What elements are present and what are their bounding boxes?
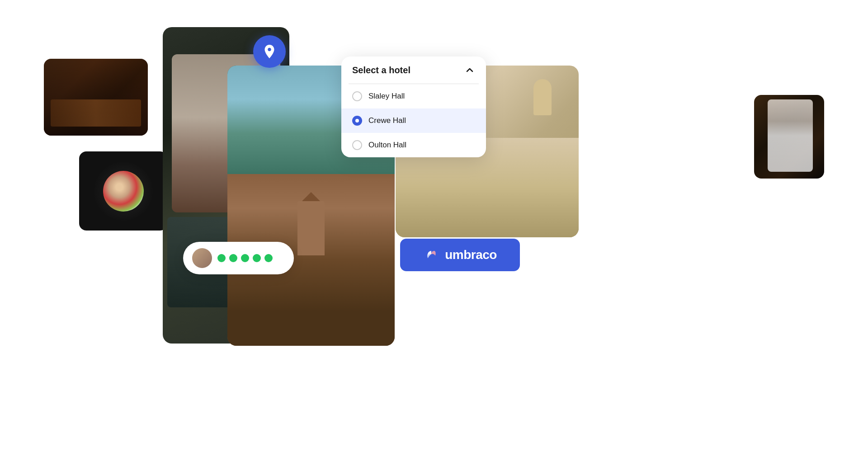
radio-slaley-hall	[352, 91, 362, 101]
hotel-option-crewe-hall[interactable]: Crewe Hall	[341, 108, 486, 133]
umbraco-badge: umbraco	[400, 239, 520, 271]
radio-oulton-hall	[352, 140, 362, 150]
main-scene: Select a hotel Slaley Hall Crewe Hall Ou…	[0, 0, 868, 452]
hotel-dropdown: Select a hotel Slaley Hall Crewe Hall Ou…	[341, 56, 486, 157]
umbraco-label: umbraco	[445, 248, 497, 262]
chef-image	[754, 95, 824, 179]
rating-dot-3	[241, 254, 249, 262]
location-icon	[261, 43, 278, 60]
location-pin	[253, 35, 286, 68]
umbraco-logo-icon	[423, 247, 439, 263]
rating-dot-2	[229, 254, 237, 262]
chevron-up-icon	[464, 65, 475, 75]
radio-crewe-hall	[352, 116, 362, 126]
crewe-hall-label: Crewe Hall	[368, 116, 406, 125]
rating-avatar	[192, 248, 212, 268]
food-image	[79, 151, 167, 231]
hotel-option-oulton-hall[interactable]: Oulton Hall	[341, 133, 486, 157]
rating-dot-5	[264, 254, 273, 262]
dropdown-header[interactable]: Select a hotel	[341, 56, 486, 84]
rating-card	[183, 242, 294, 274]
oulton-hall-label: Oulton Hall	[368, 141, 406, 150]
slaley-hall-label: Slaley Hall	[368, 92, 405, 101]
svg-point-0	[424, 248, 439, 262]
rating-dot-4	[253, 254, 261, 262]
bedroom-image	[44, 59, 148, 136]
hotel-option-slaley-hall[interactable]: Slaley Hall	[341, 84, 486, 108]
rating-dot-1	[217, 254, 226, 262]
rating-dots	[217, 254, 273, 262]
dropdown-title: Select a hotel	[352, 65, 410, 75]
